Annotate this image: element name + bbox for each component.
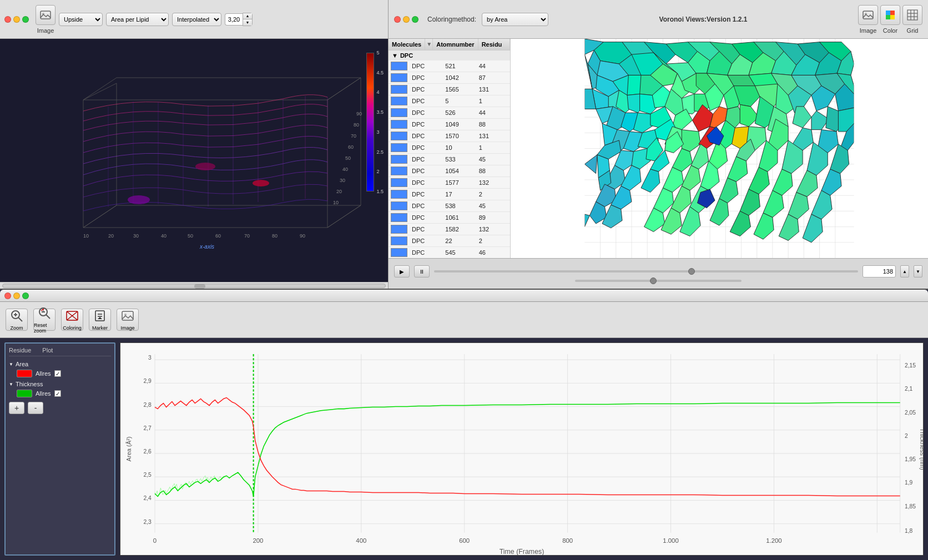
- timeline-slider[interactable]: [434, 270, 858, 273]
- table-row[interactable]: DPC 1577 132: [389, 177, 510, 189]
- right-zoom-button[interactable]: [412, 16, 418, 23]
- resolution-down[interactable]: ▼: [243, 19, 252, 26]
- atomnumber-col-header: Atomnumber: [433, 39, 478, 50]
- resolution-up[interactable]: ▲: [243, 13, 252, 19]
- table-row[interactable]: DPC 1061 89: [389, 212, 510, 224]
- coloring-tool[interactable]: Coloring: [61, 309, 83, 331]
- add-series-button[interactable]: +: [9, 402, 24, 414]
- right-panel: Coloringmethod: by Area by Thickness by …: [389, 0, 928, 289]
- chart-plot[interactable]: 0 200 400 600 800 1.000 1.200 Time (Fram…: [120, 342, 924, 556]
- table-row[interactable]: DPC 1049 88: [389, 119, 510, 130]
- marker-tool[interactable]: Marker: [89, 309, 111, 331]
- svg-text:90: 90: [356, 111, 362, 117]
- table-row[interactable]: DPC 533 45: [389, 154, 510, 165]
- frame-down-button[interactable]: ▼: [914, 265, 922, 278]
- measure-select[interactable]: Area per Lipid Thickness Order Parameter: [106, 13, 169, 26]
- play-button[interactable]: ▶: [394, 265, 410, 278]
- right-minimize-button[interactable]: [403, 16, 410, 23]
- svg-rect-28: [863, 11, 873, 19]
- 3d-plot-area[interactable]: 10 20 30 40 50 60 70 80 90 x-axis 10 20 …: [0, 39, 388, 282]
- color-button[interactable]: [880, 5, 900, 25]
- svg-text:1.000: 1.000: [663, 537, 678, 544]
- table-row[interactable]: DPC 1582 132: [389, 224, 510, 235]
- table-row[interactable]: DPC 1565 131: [389, 84, 510, 95]
- right-panel-content: Molecules ▼ Atomnumber Residu ▼ DPC DPC …: [389, 39, 928, 258]
- close-button[interactable]: [4, 16, 11, 23]
- thickness-group-header[interactable]: ▼ Thickness: [9, 381, 111, 387]
- filter-button[interactable]: ▼: [425, 39, 433, 50]
- thickness-checkbox[interactable]: ✓: [54, 390, 61, 397]
- mol-name: DPC: [410, 73, 443, 82]
- svg-point-6: [128, 195, 150, 204]
- image-button-right[interactable]: [858, 5, 878, 25]
- mol-atom: 1582: [443, 225, 476, 234]
- svg-text:30: 30: [340, 178, 345, 183]
- minimize-button[interactable]: [13, 16, 20, 23]
- resolution-stepper[interactable]: ▲ ▼: [225, 13, 253, 26]
- table-body[interactable]: ▼ DPC DPC 521 44 DPC 1042 87: [389, 51, 510, 258]
- svg-text:Area (Å²): Area (Å²): [125, 436, 132, 461]
- svg-text:1,85: 1,85: [905, 503, 916, 509]
- area-group-header[interactable]: ▼ Area: [9, 361, 111, 367]
- image-button[interactable]: [36, 5, 56, 25]
- svg-text:400: 400: [356, 537, 366, 544]
- traffic-lights: [4, 16, 29, 23]
- scale-2-5: 2.5: [376, 149, 384, 155]
- voronoi-view[interactable]: [511, 39, 928, 258]
- legend-header: Residue Plot: [9, 347, 111, 356]
- table-row[interactable]: DPC 1570 131: [389, 130, 510, 142]
- zoom-window-button[interactable]: [22, 16, 29, 23]
- thickness-color-box[interactable]: [17, 390, 32, 397]
- legend-group-area: ▼ Area Allres ✓: [9, 361, 111, 377]
- mol-atom: 1061: [443, 213, 476, 222]
- table-row[interactable]: DPC 1054 88: [389, 165, 510, 177]
- zoom-tool[interactable]: Zoom: [6, 309, 28, 331]
- table-row[interactable]: DPC 5 1: [389, 95, 510, 107]
- render-select[interactable]: Interpolated Flat Wireframe: [172, 13, 221, 26]
- mol-name: DPC: [410, 97, 443, 105]
- svg-rect-31: [890, 11, 895, 15]
- coloring-method-select[interactable]: by Area by Thickness by Order: [482, 13, 548, 26]
- mol-residu: 132: [477, 225, 510, 234]
- image-tool: Image: [36, 5, 56, 34]
- table-row[interactable]: DPC 526 44: [389, 107, 510, 119]
- image-tool-bottom[interactable]: Image: [117, 309, 139, 331]
- group-header-dpc[interactable]: ▼ DPC: [389, 51, 510, 60]
- table-row[interactable]: DPC 521 44: [389, 60, 510, 72]
- mol-name: DPC: [410, 190, 443, 199]
- svg-text:80: 80: [272, 233, 278, 239]
- mol-atom: 538: [443, 201, 476, 210]
- table-row[interactable]: DPC 538 45: [389, 200, 510, 212]
- frame-up-button[interactable]: ▲: [900, 265, 909, 278]
- color-label: Color: [883, 27, 897, 34]
- table-row[interactable]: DPC 22 2: [389, 235, 510, 247]
- svg-rect-230: [120, 343, 923, 555]
- table-row[interactable]: DPC 1042 87: [389, 72, 510, 84]
- image-label: Image: [37, 27, 54, 34]
- svg-text:30: 30: [133, 233, 139, 239]
- svg-text:2,5: 2,5: [143, 472, 152, 478]
- svg-text:60: 60: [348, 144, 354, 150]
- frame-number-input[interactable]: [863, 265, 896, 278]
- svg-point-7: [253, 180, 269, 186]
- zoom-icon: [10, 309, 23, 324]
- bottom-close-button[interactable]: [4, 292, 11, 299]
- grid-button[interactable]: [902, 5, 922, 25]
- playback-controls: ▶ ⏸ ▲ ▼: [394, 265, 922, 278]
- resolution-input[interactable]: [225, 13, 243, 26]
- coloring-icon: [65, 309, 79, 324]
- table-row[interactable]: DPC 545 46: [389, 247, 510, 258]
- area-checkbox[interactable]: ✓: [54, 370, 61, 377]
- bottom-minimize-button[interactable]: [13, 292, 20, 299]
- pause-button[interactable]: ⏸: [414, 265, 430, 278]
- area-color-box[interactable]: [17, 370, 32, 377]
- scale-max: 5: [376, 50, 384, 56]
- remove-series-button[interactable]: -: [28, 402, 43, 414]
- right-close-button[interactable]: [394, 16, 401, 23]
- bottom-zoom-button[interactable]: [22, 292, 29, 299]
- table-header: Molecules ▼ Atomnumber Residu: [389, 39, 510, 51]
- table-row[interactable]: DPC 17 2: [389, 189, 510, 200]
- table-row[interactable]: DPC 10 1: [389, 142, 510, 154]
- reset-zoom-tool[interactable]: Reset zoom: [33, 309, 56, 331]
- view-select[interactable]: Upside Downside Both: [59, 13, 103, 26]
